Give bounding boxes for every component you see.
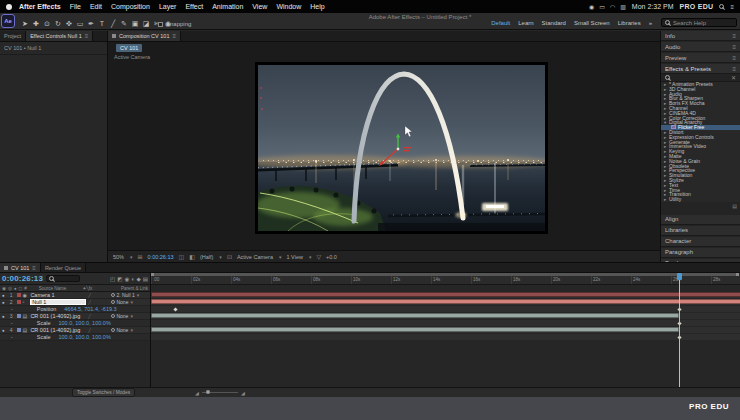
workspace-default[interactable]: Default (491, 20, 510, 26)
layer-label-chip[interactable] (17, 328, 21, 332)
current-time-display[interactable]: 0:00:26:13 (2, 274, 43, 283)
parent-link-column-label[interactable]: Parent & Link (121, 286, 148, 291)
panel-menu-icon[interactable]: ≡ (732, 44, 736, 50)
composition-viewer[interactable]: CV 101 Active Camera (108, 42, 660, 250)
layer-label-chip[interactable] (17, 293, 21, 297)
menubar-item-after-effects[interactable]: After Effects (19, 3, 61, 10)
menubar-item-animation[interactable]: Animation (212, 3, 243, 10)
pan-behind-tool[interactable]: ✜ (65, 19, 73, 28)
layer-name[interactable]: Camera 1 (30, 292, 86, 298)
panel-tab-info[interactable]: Info≡ (661, 31, 740, 41)
apple-menu-icon[interactable] (6, 4, 12, 10)
panel-tab-audio[interactable]: Audio≡ (661, 42, 740, 52)
property-row-position[interactable]: ◔Position4664.5, 701.4, -619.3 (0, 306, 150, 313)
source-name-column-label[interactable]: Source Name (39, 286, 67, 291)
effects-search-field[interactable]: ✕ (661, 74, 740, 82)
search-help-box[interactable]: Search Help (661, 18, 737, 27)
panel-tab-paragraph[interactable]: Paragraph (661, 248, 740, 258)
panel-tab-align[interactable]: Align (661, 215, 740, 225)
menubar-item-window[interactable]: Window (276, 3, 301, 10)
zoom-in-icon[interactable]: ◢ (241, 390, 245, 396)
toggle-switches-modes-button[interactable]: Toggle Switches / Modes (72, 388, 135, 397)
footage-layer-bar[interactable] (151, 313, 679, 318)
type-tool[interactable]: T (98, 19, 106, 28)
comp-navigator-chip[interactable]: CV 101 (116, 44, 142, 52)
camera-layer-bar[interactable] (151, 292, 740, 297)
panel-menu-icon[interactable]: ≡ (732, 66, 736, 72)
resolution-select[interactable]: (Half) (200, 254, 213, 260)
clone-stamp-tool[interactable]: ▣ (131, 19, 139, 28)
layer-name[interactable]: CR 001 (1-4092).jpg (30, 327, 86, 333)
panel-menu-icon[interactable]: ≡ (32, 265, 36, 271)
menubar-item-file[interactable]: File (70, 3, 81, 10)
rectangle-tool[interactable]: ▭ (76, 19, 84, 28)
zoom-slider-track[interactable] (202, 392, 238, 393)
tab-effect-controls[interactable]: Effect Controls Null 1 ≡ (26, 31, 93, 41)
tab-project[interactable]: Project (0, 31, 26, 41)
null-layer-bar[interactable] (151, 299, 740, 304)
panel-tab-preview[interactable]: Preview≡ (661, 53, 740, 63)
control-center-icon[interactable]: ≡ (730, 4, 734, 10)
pick-whip-icon[interactable] (111, 328, 115, 332)
brush-tool[interactable]: ✎ (120, 19, 128, 28)
eraser-tool[interactable]: ◪ (142, 19, 150, 28)
workspace-overflow-chevron[interactable]: » (649, 20, 652, 26)
workspace-learn[interactable]: Learn (518, 20, 533, 26)
solo-column-icon[interactable]: ● (14, 286, 17, 291)
layer-switches[interactable]: ╱ (88, 300, 109, 305)
layer-switches[interactable]: ╱ (88, 293, 109, 298)
keyframe-diamond[interactable] (173, 307, 177, 311)
pen-tool[interactable]: ✒ (87, 19, 95, 28)
effects-presets-header[interactable]: Effects & Presets ≡ (661, 64, 740, 74)
workspace-standard[interactable]: Standard (542, 20, 566, 26)
menubar-item-view[interactable]: View (252, 3, 267, 10)
zoom-tool[interactable]: ⊙ (43, 19, 51, 28)
layer-row-cr-001-1-4092-jpg[interactable]: ●3▤CR 001 (1-4092).jpg╱None▾ (0, 313, 150, 320)
layer-name[interactable]: Null 1 (30, 299, 86, 305)
panel-menu-icon[interactable]: ≡ (172, 33, 176, 39)
comp-timecode[interactable]: 0:00:26:13 (148, 254, 174, 260)
menubar-item-edit[interactable]: Edit (90, 3, 102, 10)
draft-3d-icon[interactable]: ◩ (117, 276, 122, 282)
property-row-scale[interactable]: ◔Scale100.0, 100.0, 100.0% (0, 320, 150, 327)
exposure-value[interactable]: +0.0 (326, 254, 337, 260)
snapshot-icon[interactable]: ◫ (179, 253, 185, 260)
hand-tool[interactable]: ✚ (32, 19, 40, 28)
property-value[interactable]: 4664.5, 701.4, -619.3 (64, 306, 116, 312)
panel-menu-icon[interactable]: ≡ (732, 33, 736, 39)
layer-switches[interactable]: ╱ (88, 328, 109, 333)
selection-tool[interactable]: ➤ (21, 19, 29, 28)
stopwatch-icon[interactable]: ◔ (10, 307, 13, 312)
show-snapshot-icon[interactable]: ◧ (189, 253, 195, 260)
pixel-aspect-icon[interactable]: ▽ (316, 253, 321, 260)
menubar-item-composition[interactable]: Composition (111, 3, 150, 10)
layer-label-chip[interactable] (17, 300, 21, 304)
layer-row-null-1[interactable]: ●2▫Null 1╱None▾ (0, 299, 150, 306)
graph-editor-icon[interactable]: ▤ (143, 276, 148, 282)
audio-column-icon[interactable]: ◎ (8, 286, 12, 291)
region-of-interest-icon[interactable]: ⊡ (227, 253, 232, 260)
pick-whip-icon[interactable] (111, 293, 115, 297)
layer-visibility-icon[interactable]: ● (2, 293, 8, 298)
property-value[interactable]: 100.0, 100.0, 100.0% (58, 334, 110, 340)
zoom-out-icon[interactable]: ◢ (195, 390, 199, 396)
orbit-camera-tool[interactable]: ↻ (54, 19, 62, 28)
panel-tab-character[interactable]: Character (661, 237, 740, 247)
parent-link-select[interactable]: None▾ (111, 313, 148, 319)
tab-composition[interactable]: Composition CV 101 ≡ (108, 31, 181, 41)
snapping-control[interactable]: Snapping (158, 21, 191, 27)
pick-whip-icon[interactable] (111, 314, 115, 318)
line-tool[interactable]: ╱ (109, 19, 117, 28)
spotlight-search-icon[interactable] (719, 4, 724, 9)
panel-menu-icon[interactable]: ≡ (85, 33, 89, 39)
tab-render-queue[interactable]: Render Queue (41, 263, 86, 272)
layer-label-chip[interactable] (17, 314, 21, 318)
parent-link-select[interactable]: None▾ (111, 327, 148, 333)
display-icon[interactable]: ▥ (620, 3, 626, 10)
wifi-icon[interactable]: ◠ (610, 3, 615, 10)
workspace-libraries[interactable]: Libraries (618, 20, 641, 26)
layer-visibility-icon[interactable]: ● (2, 328, 8, 333)
workspace-small-screen[interactable]: Small Screen (574, 20, 610, 26)
menubar-item-effect[interactable]: Effect (185, 3, 203, 10)
stopwatch-icon[interactable]: ◔ (10, 335, 13, 340)
